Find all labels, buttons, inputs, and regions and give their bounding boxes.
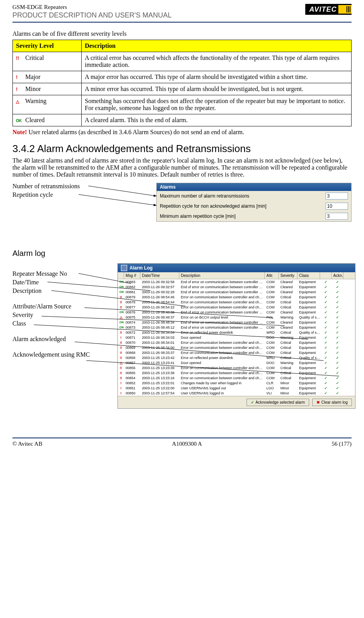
log-row[interactable]: !!008782003-11-26 08:54:44Error on commu…: [118, 299, 355, 305]
row-ack-icon: ✓: [320, 376, 332, 380]
cfg-row-input[interactable]: [326, 203, 348, 210]
log-row[interactable]: !!008772003-11-26 08:54:22Error on commu…: [118, 305, 355, 310]
log-row[interactable]: !!008792003-11-26 08:54:46Error on commu…: [118, 294, 355, 299]
log-row[interactable]: !!008582003-11-25 13:23:42Error on refle…: [118, 355, 355, 360]
row-datetime: 2003-11-25 13:23:16: [140, 376, 179, 380]
row-severity: Critical: [279, 341, 298, 345]
sev-level-cell: △ Warning: [13, 95, 82, 114]
cfg-row-input[interactable]: [326, 213, 348, 220]
log-row[interactable]: !!008722003-11-26 08:34:04Error on refle…: [118, 330, 355, 335]
log-row[interactable]: !008712003-11-26 08:34:03Door openedDOOW…: [118, 335, 355, 340]
severity-icon: !: [16, 87, 24, 92]
log-row[interactable]: !!008552003-11-25 13:23:38Error on commu…: [118, 370, 355, 375]
row-attr: COM: [265, 371, 279, 375]
row-severity-icon: !: [118, 336, 124, 340]
row-msgno: 00871: [124, 336, 140, 340]
sev-level-cell: !! Critical: [13, 52, 82, 71]
row-msgno: 00850: [124, 391, 140, 395]
row-attr: COM: [265, 300, 279, 304]
clear-log-button[interactable]: ✖Clear alarm log: [312, 399, 352, 406]
severity-icon: OK: [16, 119, 24, 123]
row-ack-icon: ✓: [320, 381, 332, 385]
log-row[interactable]: OK008832003-11-26 09:32:58End of error o…: [118, 279, 355, 284]
row-severity: Cleared: [279, 290, 298, 294]
row-severity-icon: △: [118, 315, 124, 319]
log-header-cell[interactable]: Date/Time: [140, 272, 179, 279]
row-severity: Critical: [279, 376, 298, 380]
ack-selected-button[interactable]: ✓Acknowledge selected alarm: [247, 399, 309, 406]
log-row[interactable]: OK008732003-11-26 08:48:12End of error o…: [118, 325, 355, 330]
log-row[interactable]: !008502003-11-25 12:57:54User USERNAM1 l…: [118, 390, 355, 396]
row-ack-icon: ✓: [320, 300, 332, 304]
row-ackrmc-icon: ✓: [332, 285, 343, 289]
cfg-row-label: Maximum number of alarm retransmissions: [160, 193, 326, 199]
log-headers[interactable]: Msg #Date/TimeDescriptionAttr.SeverityCl…: [118, 272, 355, 279]
row-class: Equipment: [298, 320, 320, 324]
row-class: Equipment: [298, 366, 320, 370]
log-header-cell[interactable]: Class: [298, 272, 320, 279]
row-desc: Error on reflected power downlink: [179, 331, 265, 334]
row-msgno: 00856: [124, 366, 140, 370]
log-header-cell[interactable]: [118, 272, 124, 279]
row-msgno: 00870: [124, 341, 140, 345]
row-desc: Error on communication between controlle…: [179, 341, 265, 345]
row-attr: COM: [265, 376, 279, 380]
row-datetime: 2003-11-25 13:23:42: [140, 356, 179, 360]
row-msgno: 00879: [124, 295, 140, 299]
row-attr: DOO: [265, 336, 279, 340]
row-desc: Error on reflected power downlink: [179, 356, 265, 360]
row-severity-icon: !!: [118, 351, 124, 355]
log-row[interactable]: !!008702003-11-26 08:34:01Error on commu…: [118, 340, 355, 345]
log-row[interactable]: OK008762003-11-26 08:48:38End of error o…: [118, 310, 355, 315]
row-ackrmc-icon: ✓: [332, 341, 343, 345]
row-attr: COM: [265, 351, 279, 355]
row-severity-icon: !!: [118, 366, 124, 370]
row-datetime: 2003-11-26 08:34:03: [140, 336, 179, 340]
row-severity: Warning: [279, 361, 298, 365]
log-row[interactable]: !!008542003-11-25 13:23:16Error on commu…: [118, 375, 355, 380]
row-desc: User USERNAM1 logged in: [179, 391, 265, 395]
sev-head-level: Severity Level: [13, 40, 82, 52]
log-row[interactable]: OK008822003-11-26 09:32:57End of error o…: [118, 284, 355, 289]
log-header-cell[interactable]: Msg #: [124, 272, 140, 279]
section-para: The 40 latest alarms and end of alarms a…: [12, 157, 352, 178]
log-row[interactable]: !!008562003-11-25 13:23:39Error on commu…: [118, 365, 355, 370]
log-header-cell[interactable]: Attr.: [265, 272, 279, 279]
log-row[interactable]: !!008682003-11-26 08:33:37Error on commu…: [118, 350, 355, 355]
log-header-cell[interactable]: Severity: [279, 272, 298, 279]
log-row[interactable]: OK008742003-11-26 08:48:34End of error o…: [118, 320, 355, 325]
row-msgno: 00875: [124, 315, 140, 319]
row-desc: Error on communication between controlle…: [179, 300, 265, 304]
row-desc: End of error on communication between co…: [179, 310, 265, 314]
log-row[interactable]: !008512003-11-25 13:22:00User USERNAM1 l…: [118, 385, 355, 390]
row-severity-icon: OK: [118, 280, 124, 284]
log-row[interactable]: OK008812003-11-26 09:32:28End of error o…: [118, 289, 355, 294]
row-msgno: 00876: [124, 310, 140, 314]
row-severity: Warning: [279, 336, 298, 340]
log-header-cell[interactable]: Description: [179, 272, 265, 279]
log-body[interactable]: OK008832003-11-26 09:32:58End of error o…: [118, 279, 355, 396]
row-class: Equipment: [298, 305, 320, 309]
log-row[interactable]: !!008692003-11-26 08:34:00Error on commu…: [118, 345, 355, 350]
row-datetime: 2003-11-26 08:34:04: [140, 331, 179, 334]
row-severity-icon: OK: [118, 290, 124, 294]
sev-level-cell: OK Cleared: [13, 114, 82, 126]
row-datetime: 2003-11-25 13:23:41: [140, 361, 179, 365]
footer-center: A1009300 A: [172, 441, 202, 447]
log-row[interactable]: △008572003-11-25 13:23:41Door openedDOOW…: [118, 360, 355, 365]
cfg-row-input[interactable]: [326, 193, 348, 200]
row-ack-icon: ✓: [320, 336, 332, 340]
row-ack-icon: ✓: [320, 305, 332, 309]
log-row[interactable]: △008752003-11-26 08:48:37Error on on BCC…: [118, 315, 355, 320]
row-severity: Critical: [279, 371, 298, 375]
log-row[interactable]: !008522003-11-25 13:22:01Changes made by…: [118, 380, 355, 385]
row-datetime: 2003-11-26 08:48:37: [140, 315, 179, 319]
log-callout-label: Attribute/Alarm Source: [12, 303, 114, 310]
log-header-cell[interactable]: [320, 272, 332, 279]
row-ack-icon: ✓: [320, 295, 332, 299]
row-attr: COM: [265, 341, 279, 345]
log-callout-label: Acknowledgement using RMC: [12, 351, 114, 358]
log-header-cell[interactable]: Ackn.: [332, 272, 343, 279]
row-severity-icon: OK: [118, 310, 124, 314]
row-attr: DOO: [265, 361, 279, 365]
